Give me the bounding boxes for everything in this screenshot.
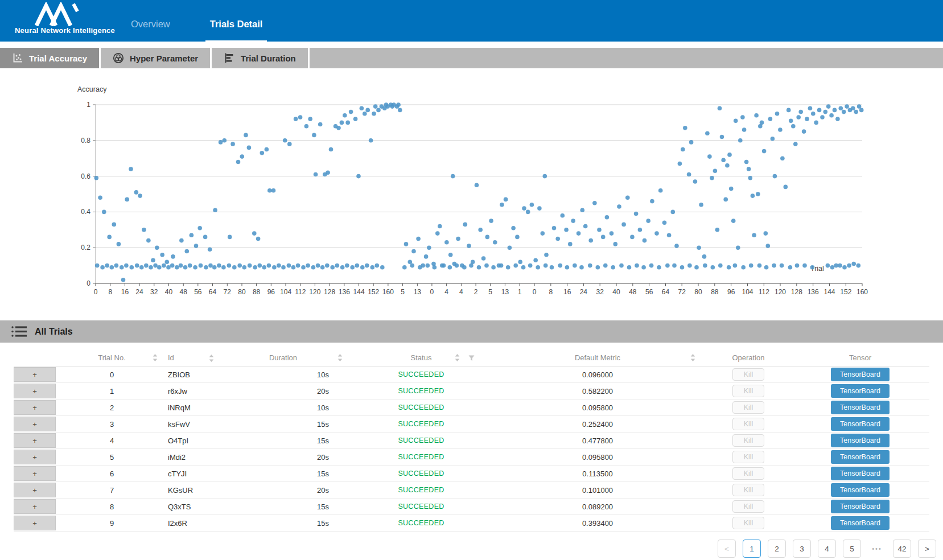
bar-chart-icon	[224, 52, 235, 64]
accuracy-chart: 00.20.40.60.8108162432404856647280889610…	[0, 80, 943, 304]
tab-hyper-parameter[interactable]: Hyper Parameter	[101, 48, 212, 68]
svg-text:104: 104	[742, 288, 753, 296]
kill-button[interactable]: Kill	[732, 418, 764, 430]
kill-button[interactable]: Kill	[732, 484, 764, 496]
status-badge: SUCCEEDED	[353, 370, 489, 378]
svg-text:88: 88	[253, 288, 261, 296]
kill-button[interactable]: Kill	[732, 401, 764, 414]
tensorboard-button[interactable]: TensorBoard	[831, 401, 890, 414]
scatter-points[interactable]	[94, 102, 864, 282]
duration-cell: 20s	[262, 453, 353, 462]
pagination-page-3[interactable]: 3	[793, 540, 811, 558]
column-header-trial-no-[interactable]: Trial No.	[56, 349, 168, 366]
pagination-prev-button[interactable]: <	[718, 540, 736, 558]
default-metric-cell: 0.582200	[489, 387, 706, 396]
tensorboard-button[interactable]: TensorBoard	[831, 450, 890, 464]
nav-tab-trials-detail[interactable]: Trials Detail	[205, 0, 267, 42]
tab-trial-accuracy[interactable]: Trial Accuracy	[0, 48, 101, 68]
sort-icon[interactable]	[455, 354, 460, 361]
svg-text:72: 72	[678, 288, 686, 296]
sort-icon[interactable]	[690, 354, 695, 361]
svg-text:1: 1	[87, 101, 90, 109]
pagination-page-5[interactable]: 5	[843, 540, 861, 558]
svg-text:104: 104	[280, 288, 291, 296]
pagination-page-42[interactable]: 42	[893, 540, 911, 558]
status-badge: SUCCEEDED	[353, 503, 489, 510]
nav-tab-overview[interactable]: Overview	[126, 0, 175, 42]
svg-text:56: 56	[645, 288, 653, 296]
table-row: +0ZBIOB10sSUCCEEDED0.096000KillTensorBoa…	[14, 367, 929, 383]
nni-logo-icon	[32, 2, 87, 26]
sort-icon[interactable]	[153, 354, 158, 361]
expand-row-button[interactable]: +	[14, 499, 56, 514]
svg-text:40: 40	[165, 288, 173, 296]
expand-row-button[interactable]: +	[14, 516, 56, 530]
status-badge: SUCCEEDED	[353, 420, 489, 428]
expand-row-button[interactable]: +	[14, 400, 56, 415]
duration-cell: 15s	[262, 437, 353, 445]
trial-no-cell: 4	[56, 437, 168, 445]
kill-button[interactable]: Kill	[732, 467, 764, 480]
expand-row-button[interactable]: +	[14, 367, 56, 382]
svg-text:64: 64	[662, 288, 670, 296]
column-header-tensor: Tensor	[791, 349, 929, 366]
column-header-status[interactable]: Status	[353, 349, 489, 366]
svg-text:112: 112	[295, 288, 306, 296]
status-badge: SUCCEEDED	[353, 470, 489, 477]
all-trials-section-bar: All Trials	[0, 320, 943, 343]
expand-row-button[interactable]: +	[14, 450, 56, 464]
svg-text:0.2: 0.2	[81, 244, 90, 252]
expand-row-button[interactable]: +	[14, 466, 56, 481]
default-metric-cell: 0.101000	[489, 486, 706, 495]
svg-text:128: 128	[324, 288, 335, 296]
column-header-default-metric[interactable]: Default Metric	[489, 349, 706, 366]
pagination-next-button[interactable]: >	[918, 540, 936, 558]
table-row: +9I2x6R15sSUCCEEDED0.393400KillTensorBoa…	[14, 515, 929, 532]
tensorboard-button[interactable]: TensorBoard	[831, 368, 890, 381]
duration-cell: 15s	[262, 470, 353, 478]
pagination-page-4[interactable]: 4	[818, 540, 836, 558]
svg-text:32: 32	[150, 288, 158, 296]
tensorboard-button[interactable]: TensorBoard	[831, 500, 890, 513]
expand-row-button[interactable]: +	[14, 433, 56, 448]
svg-text:32: 32	[596, 288, 604, 296]
tensorboard-button[interactable]: TensorBoard	[831, 483, 890, 497]
kill-button[interactable]: Kill	[732, 368, 764, 381]
column-header-id[interactable]: Id	[168, 349, 262, 366]
pagination-page-2[interactable]: 2	[768, 540, 786, 558]
sort-icon[interactable]	[337, 354, 343, 361]
duration-cell: 10s	[262, 370, 353, 379]
svg-text:56: 56	[194, 288, 202, 296]
expand-row-button[interactable]: +	[14, 384, 56, 398]
trial-no-cell: 0	[56, 370, 168, 379]
expand-row-button[interactable]: +	[14, 417, 56, 431]
expand-row-button[interactable]: +	[14, 483, 56, 497]
trial-id-cell: KGsUR	[168, 486, 262, 495]
svg-text:8: 8	[549, 288, 553, 296]
kill-button[interactable]: Kill	[732, 385, 764, 397]
filter-icon[interactable]	[468, 355, 475, 361]
status-badge: SUCCEEDED	[353, 387, 489, 395]
trial-no-cell: 8	[56, 503, 168, 511]
tensorboard-button[interactable]: TensorBoard	[831, 417, 890, 431]
kill-button[interactable]: Kill	[732, 500, 764, 513]
tab-trial-duration[interactable]: Trial Duration	[212, 48, 310, 68]
kill-button[interactable]: Kill	[732, 434, 764, 447]
table-row: +7KGsUR20sSUCCEEDED0.101000KillTensorBoa…	[14, 482, 929, 499]
column-header-duration[interactable]: Duration	[262, 349, 353, 366]
default-metric-cell: 0.089200	[489, 503, 706, 511]
scatter-plot-icon	[12, 52, 23, 64]
sort-icon[interactable]	[209, 355, 214, 362]
pagination-page-1[interactable]: 1	[743, 540, 761, 558]
tensorboard-button[interactable]: TensorBoard	[831, 516, 890, 530]
tensorboard-button[interactable]: TensorBoard	[831, 434, 890, 447]
kill-button[interactable]: Kill	[732, 451, 764, 463]
trial-id-cell: Q3xTS	[168, 503, 262, 511]
list-icon	[11, 326, 27, 337]
tensorboard-button[interactable]: TensorBoard	[831, 384, 890, 398]
tensorboard-button[interactable]: TensorBoard	[831, 467, 890, 480]
kill-button[interactable]: Kill	[732, 517, 764, 529]
all-trials-title: All Trials	[35, 327, 73, 337]
table-row: +1r6xJw20sSUCCEEDED0.582200KillTensorBoa…	[14, 383, 929, 400]
trials-table: Trial No.IdDurationStatusDefault MetricO…	[14, 349, 929, 532]
